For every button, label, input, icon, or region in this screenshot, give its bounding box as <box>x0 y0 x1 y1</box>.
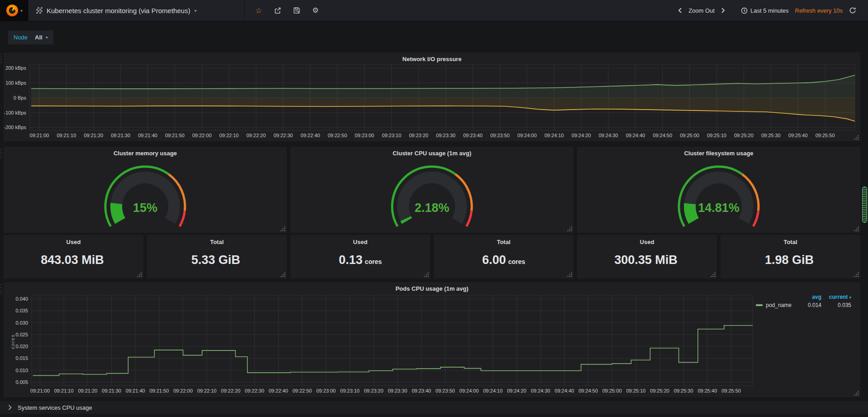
svg-text:09:21:00: 09:21:00 <box>30 133 49 138</box>
panel-resize-handle[interactable] <box>137 272 142 277</box>
star-button[interactable]: ☆ <box>255 7 262 14</box>
svg-text:09:22:30: 09:22:30 <box>245 388 264 393</box>
panel-cpu-used: Used 0.13cores <box>290 235 430 278</box>
zoom-out-button[interactable]: Zoom Out <box>688 7 715 14</box>
svg-text:09:21:50: 09:21:50 <box>150 388 169 393</box>
legend-series-toggle[interactable]: pod_name <box>756 302 792 308</box>
svg-text:09:24:30: 09:24:30 <box>598 133 618 138</box>
panel-resize-handle[interactable] <box>854 135 859 140</box>
panel-resize-handle[interactable] <box>567 226 572 231</box>
panel-resize-handle[interactable] <box>567 272 572 277</box>
time-shift-back-button[interactable] <box>678 7 682 14</box>
time-range-label: Last 5 minutes <box>750 7 789 14</box>
svg-text:09:25:10: 09:25:10 <box>707 133 726 138</box>
dashboard-title[interactable]: Kubernetes cluster monitoring (via Prome… <box>47 7 190 14</box>
svg-text:09:21:20: 09:21:20 <box>78 388 97 393</box>
svg-text:0.020: 0.020 <box>15 344 28 349</box>
refresh-button[interactable] <box>849 7 856 14</box>
svg-text:0.035: 0.035 <box>15 308 28 313</box>
panel-resize-handle[interactable] <box>854 391 859 396</box>
dashboard-grid-icon <box>36 7 43 14</box>
svg-text:09:21:10: 09:21:10 <box>57 133 76 138</box>
refresh-interval-button[interactable]: Refresh every 10s <box>795 7 843 14</box>
panel-filesystem-total: Total 1.98 GiB <box>721 235 860 278</box>
scrollbar-thumb[interactable] <box>862 187 867 223</box>
stat-value: 0.13cores <box>290 253 430 267</box>
svg-text:09:22:20: 09:22:20 <box>221 388 241 393</box>
svg-text:09:22:10: 09:22:10 <box>197 388 217 393</box>
svg-text:09:23:30: 09:23:30 <box>436 133 455 138</box>
save-button[interactable] <box>293 7 300 14</box>
logo-caret-icon: ▾ <box>20 8 23 13</box>
svg-text:0.030: 0.030 <box>15 320 28 326</box>
collapsed-row-system-services[interactable]: System services CPU usage <box>0 401 868 414</box>
stat-title[interactable]: Used <box>290 239 430 245</box>
svg-text:09:21:30: 09:21:30 <box>102 388 121 393</box>
stat-title[interactable]: Total <box>147 239 287 245</box>
clock-icon <box>741 7 748 14</box>
time-shift-forward-button[interactable] <box>721 7 726 14</box>
svg-text:09:22:50: 09:22:50 <box>327 133 347 138</box>
svg-text:09:25:50: 09:25:50 <box>721 388 741 393</box>
panel-title-filesystem[interactable]: Cluster filesystem usage <box>577 150 860 157</box>
time-controls: Zoom Out Last 5 minutes Refresh every 10… <box>678 0 856 21</box>
panel-title-cpu[interactable]: Cluster CPU usage (1m avg) <box>290 150 574 157</box>
stat-title[interactable]: Used <box>4 239 143 245</box>
panel-cpu-total: Total 6.00cores <box>434 235 574 278</box>
stat-title[interactable]: Total <box>721 239 860 245</box>
panel-resize-handle[interactable] <box>280 272 285 277</box>
svg-text:0.010: 0.010 <box>15 368 28 373</box>
gear-icon: ⚙ <box>312 7 318 14</box>
svg-text:100 kBps: 100 kBps <box>5 80 26 86</box>
svg-text:09:22:40: 09:22:40 <box>301 133 320 138</box>
svg-text:09:23:10: 09:23:10 <box>340 388 360 393</box>
row-drag-handle[interactable] <box>0 53 3 64</box>
svg-text:0.005: 0.005 <box>15 379 28 385</box>
stat-title[interactable]: Total <box>434 239 574 245</box>
svg-text:09:25:30: 09:25:30 <box>761 133 781 138</box>
filesystem-gauge <box>577 160 860 229</box>
svg-text:0 Bps: 0 Bps <box>14 95 27 101</box>
svg-text:09:21:40: 09:21:40 <box>126 388 145 393</box>
grafana-dashboard: ▾ Kubernetes cluster monitoring (via Pro… <box>0 0 868 417</box>
legend-series-name: pod_name <box>766 302 792 308</box>
panel-cluster-filesystem: Cluster filesystem usage 14.81% <box>577 147 860 233</box>
svg-text:0.015: 0.015 <box>15 355 28 361</box>
svg-text:09:21:00: 09:21:00 <box>30 388 50 393</box>
stat-value: 843.03 MiB <box>4 253 143 267</box>
variable-node-value-dropdown[interactable]: All ▾ <box>29 30 53 44</box>
settings-button[interactable]: ⚙ <box>312 7 318 14</box>
svg-text:09:23:20: 09:23:20 <box>409 133 428 138</box>
panel-resize-handle[interactable] <box>854 272 859 277</box>
svg-text:09:23:50: 09:23:50 <box>436 388 455 393</box>
row-drag-handle[interactable] <box>0 149 3 159</box>
svg-text:09:23:50: 09:23:50 <box>490 133 510 138</box>
svg-text:09:23:00: 09:23:00 <box>316 388 336 393</box>
panel-resize-handle[interactable] <box>854 226 859 231</box>
cpu-gauge-value: 2.18% <box>290 201 574 215</box>
panel-title-memory[interactable]: Cluster memory usage <box>4 150 287 157</box>
legend-header-avg[interactable]: avg <box>798 294 821 300</box>
panel-resize-handle[interactable] <box>711 272 716 277</box>
share-button[interactable] <box>274 7 281 14</box>
time-range-picker[interactable]: Last 5 minutes <box>741 7 789 14</box>
panel-filesystem-used: Used 300.35 MiB <box>577 235 717 278</box>
panel-cluster-memory: Cluster memory usage 15% <box>4 147 287 233</box>
grafana-logo-menu[interactable]: ▾ <box>0 0 28 21</box>
panel-cluster-cpu: Cluster CPU usage (1m avg) 2.18% <box>290 147 574 233</box>
stat-title[interactable]: Used <box>577 239 717 245</box>
network-io-chart[interactable]: 09:21:0009:21:1009:21:2009:21:3009:21:40… <box>4 53 860 141</box>
svg-text:09:25:10: 09:25:10 <box>626 388 645 393</box>
legend-header-current[interactable]: current ▾ <box>821 294 851 300</box>
navbar-divider <box>28 0 28 21</box>
panel-resize-handle[interactable] <box>280 226 285 231</box>
svg-text:09:22:40: 09:22:40 <box>269 388 288 393</box>
pods-cpu-chart[interactable]: 09:21:0009:21:1009:21:2009:21:3009:21:40… <box>4 282 860 397</box>
row-drag-handle[interactable] <box>0 284 3 295</box>
svg-text:09:25:00: 09:25:00 <box>680 133 699 138</box>
stat-value: 300.35 MiB <box>577 253 717 267</box>
svg-text:09:24:20: 09:24:20 <box>572 133 591 138</box>
navbar-divider <box>244 0 245 21</box>
panel-resize-handle[interactable] <box>424 272 429 277</box>
chart-legend: avg current ▾ pod_name 0.014 0.035 <box>756 293 851 309</box>
